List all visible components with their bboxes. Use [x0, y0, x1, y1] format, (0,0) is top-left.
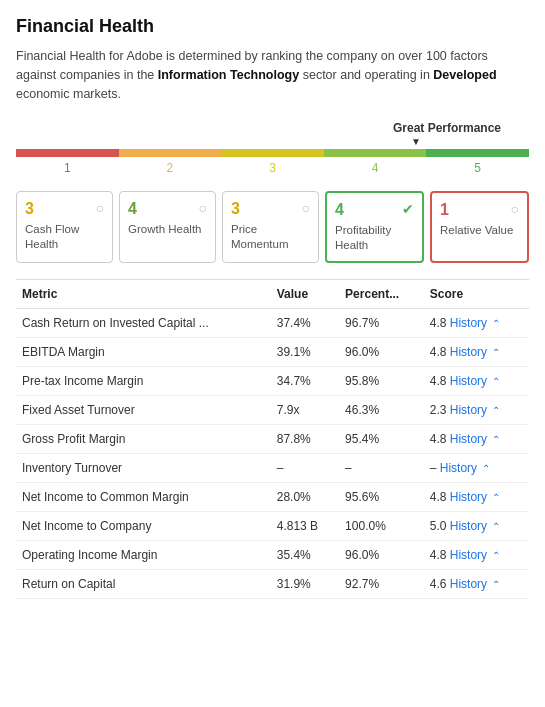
history-link-3[interactable]: History: [450, 403, 487, 417]
metric-percent-7: 100.0%: [339, 512, 424, 541]
chevron-up-icon-6: ⌃: [489, 492, 500, 503]
col-header-score: Score: [424, 280, 529, 309]
bar-number-1: 1: [16, 161, 119, 175]
history-link-0[interactable]: History: [450, 316, 487, 330]
table-header-row: Metric Value Percent... Score: [16, 280, 529, 309]
health-card-2[interactable]: 3○Price Momentum: [222, 191, 319, 263]
metric-score-7: 5.0 History ⌃: [424, 512, 529, 541]
table-row: Inventory Turnover––– History ⌃: [16, 454, 529, 483]
description-text-2: sector and operating in: [299, 68, 433, 82]
page-title: Financial Health: [16, 16, 529, 37]
chevron-up-icon-9: ⌃: [489, 579, 500, 590]
health-card-0[interactable]: 3○Cash Flow Health: [16, 191, 113, 263]
description-text-3: economic markets.: [16, 87, 121, 101]
health-card-1[interactable]: 4○Growth Health: [119, 191, 216, 263]
card-score-4: 1: [440, 201, 449, 219]
metric-value-3: 7.9x: [271, 396, 339, 425]
metric-name-0: Cash Return on Invested Capital ...: [16, 309, 271, 338]
card-label-3: Profitability Health: [335, 223, 414, 253]
history-link-1[interactable]: History: [450, 345, 487, 359]
table-row: Operating Income Margin35.4%96.0%4.8 His…: [16, 541, 529, 570]
chevron-up-icon-5: ⌃: [479, 463, 490, 474]
bar-segment-5: [426, 149, 529, 157]
bar-segment-4: [324, 149, 427, 157]
metric-value-2: 34.7%: [271, 367, 339, 396]
metric-score-6: 4.8 History ⌃: [424, 483, 529, 512]
card-check-2: ○: [302, 200, 310, 216]
table-container: Metric Value Percent... Score Cash Retur…: [16, 279, 529, 599]
metric-name-2: Pre-tax Income Margin: [16, 367, 271, 396]
card-label-0: Cash Flow Health: [25, 222, 104, 252]
chevron-up-icon-3: ⌃: [489, 405, 500, 416]
table-row: Fixed Asset Turnover7.9x46.3%2.3 History…: [16, 396, 529, 425]
metrics-table: Metric Value Percent... Score Cash Retur…: [16, 279, 529, 599]
metric-name-5: Inventory Turnover: [16, 454, 271, 483]
card-label-4: Relative Value: [440, 223, 519, 238]
table-row: Cash Return on Invested Capital ...37.4%…: [16, 309, 529, 338]
metric-name-8: Operating Income Margin: [16, 541, 271, 570]
history-link-4[interactable]: History: [450, 432, 487, 446]
card-score-1: 4: [128, 200, 137, 218]
market-name: Developed: [433, 68, 496, 82]
card-check-1: ○: [199, 200, 207, 216]
bar-number-3: 3: [221, 161, 324, 175]
metric-value-7: 4.813 B: [271, 512, 339, 541]
metric-percent-0: 96.7%: [339, 309, 424, 338]
great-performance-label: Great Performance: [16, 121, 529, 135]
history-link-9[interactable]: History: [450, 577, 487, 591]
metric-name-7: Net Income to Company: [16, 512, 271, 541]
history-link-6[interactable]: History: [450, 490, 487, 504]
metric-score-2: 4.8 History ⌃: [424, 367, 529, 396]
card-label-1: Growth Health: [128, 222, 207, 237]
rating-section: Great Performance 1 2 3 4 5: [16, 121, 529, 175]
card-score-2: 3: [231, 200, 240, 218]
chevron-up-icon-0: ⌃: [489, 318, 500, 329]
card-check-3: ✔: [402, 201, 414, 217]
metric-percent-6: 95.6%: [339, 483, 424, 512]
metric-name-3: Fixed Asset Turnover: [16, 396, 271, 425]
metric-name-4: Gross Profit Margin: [16, 425, 271, 454]
table-row: Return on Capital31.9%92.7%4.6 History ⌃: [16, 570, 529, 599]
metric-percent-2: 95.8%: [339, 367, 424, 396]
metric-percent-9: 92.7%: [339, 570, 424, 599]
metric-value-8: 35.4%: [271, 541, 339, 570]
bar-segment-1: [16, 149, 119, 157]
table-row: Pre-tax Income Margin34.7%95.8%4.8 Histo…: [16, 367, 529, 396]
metric-value-4: 87.8%: [271, 425, 339, 454]
table-row: EBITDA Margin39.1%96.0%4.8 History ⌃: [16, 338, 529, 367]
chevron-up-icon-1: ⌃: [489, 347, 500, 358]
metric-name-6: Net Income to Common Margin: [16, 483, 271, 512]
history-link-5[interactable]: History: [440, 461, 477, 475]
metric-score-8: 4.8 History ⌃: [424, 541, 529, 570]
metric-value-6: 28.0%: [271, 483, 339, 512]
bar-numbers: 1 2 3 4 5: [16, 161, 529, 175]
chevron-up-icon-2: ⌃: [489, 376, 500, 387]
metric-score-3: 2.3 History ⌃: [424, 396, 529, 425]
sector-name: Information Technology: [158, 68, 299, 82]
history-link-2[interactable]: History: [450, 374, 487, 388]
page-description: Financial Health for Adobe is determined…: [16, 47, 529, 103]
metric-percent-8: 96.0%: [339, 541, 424, 570]
col-header-value: Value: [271, 280, 339, 309]
metric-value-1: 39.1%: [271, 338, 339, 367]
history-link-7[interactable]: History: [450, 519, 487, 533]
bar-number-5: 5: [426, 161, 529, 175]
table-row: Gross Profit Margin87.8%95.4%4.8 History…: [16, 425, 529, 454]
metric-name-1: EBITDA Margin: [16, 338, 271, 367]
metric-value-9: 31.9%: [271, 570, 339, 599]
bar-segment-2: [119, 149, 222, 157]
card-check-0: ○: [96, 200, 104, 216]
chevron-up-icon-8: ⌃: [489, 550, 500, 561]
metric-score-9: 4.6 History ⌃: [424, 570, 529, 599]
table-row: Net Income to Company4.813 B100.0%5.0 Hi…: [16, 512, 529, 541]
metric-score-5: – History ⌃: [424, 454, 529, 483]
health-card-4[interactable]: 1○Relative Value: [430, 191, 529, 263]
col-header-percent: Percent...: [339, 280, 424, 309]
bar-number-4: 4: [324, 161, 427, 175]
metric-score-4: 4.8 History ⌃: [424, 425, 529, 454]
metric-percent-1: 96.0%: [339, 338, 424, 367]
metric-name-9: Return on Capital: [16, 570, 271, 599]
health-card-3[interactable]: 4✔Profitability Health: [325, 191, 424, 263]
history-link-8[interactable]: History: [450, 548, 487, 562]
bar-segment-3: [221, 149, 324, 157]
